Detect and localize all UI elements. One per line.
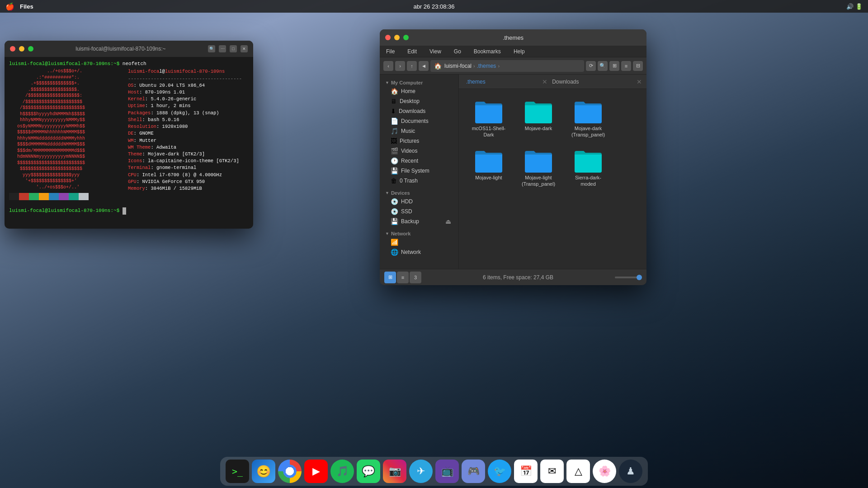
sidebar-item-hdd[interactable]: 💿 HDD: [382, 197, 457, 206]
folder-item-mcos11[interactable]: mcOS11-Shell-Dark: [466, 96, 511, 141]
sidebar-item-network[interactable]: 🌐 Network: [382, 247, 457, 257]
breadcrumb-current[interactable]: .themes: [477, 63, 496, 69]
dock-icon-spotify[interactable]: 🎵: [330, 460, 354, 483]
sidebar-item-videos[interactable]: 🎬 Videos: [382, 146, 457, 156]
toolbar-extra-view-button[interactable]: ⊟: [633, 61, 643, 71]
backup-eject-icon[interactable]: ⏏: [445, 218, 451, 225]
top-bar-clock: abr 26 23:08:36: [413, 3, 454, 10]
terminal-window: luismi-focal@luismifocal-870-109ns:~ 🔍 ⋯…: [5, 41, 253, 229]
dock-icon-twitch[interactable]: 📺: [435, 460, 459, 483]
sidebar-item-music[interactable]: 🎵 Music: [382, 126, 457, 136]
sidebar-item-backup[interactable]: 💾 Backup ⏏: [382, 216, 457, 226]
toolbar-sync-button[interactable]: ⟳: [586, 61, 596, 71]
pane-right-clear-button[interactable]: ✕: [637, 78, 642, 85]
dock-icon-finder[interactable]: 😊: [252, 460, 275, 483]
folder-label-mojave-light-transp: Mojave-light (Transp_panel): [519, 174, 558, 188]
fm-close-button[interactable]: [385, 35, 391, 40]
instagram-icon: 📷: [389, 465, 401, 477]
filesystem-icon: 💾: [391, 167, 398, 174]
sidebar-item-trash[interactable]: 🗑 0 Trash: [382, 176, 457, 186]
folder-item-sierra-dark[interactable]: Sierra-dark-moded: [566, 145, 611, 190]
pane-left-clear-button[interactable]: ✕: [542, 78, 547, 85]
dock-icon-telegram[interactable]: ✈: [409, 460, 433, 483]
folder-label-mojave-dark: Mojave-dark: [525, 125, 552, 131]
dock-icon-whatsapp[interactable]: 💬: [357, 460, 380, 483]
filemanager-breadcrumb: 🏠 luismi-focal › .themes ›: [430, 60, 584, 72]
view-btn-compact[interactable]: ≡: [397, 272, 409, 283]
dock-icon-instagram[interactable]: 📷: [383, 460, 406, 483]
dock-icon-drive[interactable]: △: [566, 460, 590, 483]
view-btn-list[interactable]: 3: [410, 272, 421, 283]
sidebar-ssd-label: SSD: [401, 208, 412, 215]
nav-up-button[interactable]: ↑: [407, 61, 417, 71]
videos-icon: 🎬: [391, 147, 398, 155]
menu-view[interactable]: View: [427, 47, 444, 56]
dock-icon-discord[interactable]: 🎮: [462, 460, 485, 483]
downloads-icon: ⬇: [391, 108, 396, 115]
menu-bookmarks[interactable]: Bookmarks: [471, 47, 504, 56]
sidebar-item-wifi[interactable]: 📶: [382, 237, 457, 247]
dock-icon-photos[interactable]: 🌸: [593, 460, 616, 483]
active-app-label[interactable]: Files: [20, 3, 33, 10]
sidebar-item-home[interactable]: 🏠 Home: [382, 86, 457, 96]
wifi-icon: 📶: [391, 239, 398, 246]
dock: >_ 😊 ▶ 🎵 💬 📷 ✈ 📺 🎮 🐦 📅 ✉ △: [220, 457, 648, 486]
terminal-search-icon[interactable]: 🔍: [208, 45, 215, 52]
finder-icon: 😊: [256, 465, 271, 479]
filemanager-sidebar: ▼ My Computer 🏠 Home 🖥 Desktop ⬇ Downloa…: [380, 75, 459, 269]
menu-help[interactable]: Help: [511, 47, 528, 56]
dock-icon-chrome[interactable]: [278, 460, 302, 483]
fm-maximize-button[interactable]: [403, 35, 409, 40]
menu-edit[interactable]: Edit: [405, 47, 420, 56]
folder-icon-mojave-dark-transp: [574, 99, 603, 123]
section-arrow-network: ▼: [385, 231, 389, 236]
folder-item-mojave-light[interactable]: Mojave-light: [466, 145, 511, 190]
view-btn-grid[interactable]: ⊞: [384, 272, 396, 283]
menu-file[interactable]: File: [383, 47, 397, 56]
toolbar-list-view-button[interactable]: ≡: [621, 61, 631, 71]
breadcrumb-home[interactable]: luismi-focal: [444, 63, 472, 69]
sidebar-music-label: Music: [401, 128, 415, 134]
folder-item-mojave-dark[interactable]: Mojave-dark: [516, 96, 561, 141]
terminal-body[interactable]: luismi-focal@luismifocal-870-109ns:~$ ne…: [5, 57, 253, 229]
sidebar-item-downloads[interactable]: ⬇ Downloads: [382, 106, 457, 116]
nav-back-button[interactable]: ‹: [383, 61, 393, 71]
sidebar-item-documents[interactable]: 📄 Documents: [382, 116, 457, 126]
sidebar-item-filesystem[interactable]: 💾 File System: [382, 166, 457, 176]
whatsapp-icon: 💬: [362, 465, 375, 478]
dock-icon-terminal[interactable]: >_: [226, 460, 249, 483]
fm-minimize-button[interactable]: [394, 35, 400, 40]
zoom-slider[interactable]: [615, 277, 642, 278]
toolbar-search-button[interactable]: 🔍: [598, 61, 608, 71]
dock-icon-youtube[interactable]: ▶: [304, 460, 328, 483]
dock-icon-steam[interactable]: ♟: [619, 460, 642, 483]
nav-forward-button[interactable]: ›: [395, 61, 405, 71]
dock-icon-twitter[interactable]: 🐦: [488, 460, 511, 483]
folder-item-mojave-light-transp[interactable]: Mojave-light (Transp_panel): [516, 145, 561, 190]
terminal-minimize-button[interactable]: [19, 46, 24, 52]
sidebar-item-ssd[interactable]: 💿 SSD: [382, 206, 457, 216]
terminal-titlebar: luismi-focal@luismifocal-870-109ns:~ 🔍 ⋯…: [5, 41, 253, 57]
discord-icon: 🎮: [467, 465, 480, 477]
pane-left-path-themes[interactable]: .themes: [463, 78, 488, 86]
sidebar-item-pictures[interactable]: 🖼 Pictures: [382, 136, 457, 146]
sidebar-backup-label: Backup: [401, 218, 419, 225]
folder-item-mojave-dark-transp[interactable]: Mojave-dark (Transp_panel): [566, 96, 611, 141]
terminal-menu-icon[interactable]: ⋯: [219, 45, 226, 52]
menu-go[interactable]: Go: [451, 47, 464, 56]
terminal-split-icon[interactable]: □: [230, 45, 237, 52]
apple-menu[interactable]: 🍎: [5, 2, 14, 11]
terminal-close-button[interactable]: [10, 46, 15, 52]
toolbar-grid-view-button[interactable]: ⊞: [609, 61, 619, 71]
folder-icon-mojave-light: [474, 148, 503, 173]
nav-home-button[interactable]: ◀: [419, 61, 429, 71]
folder-label-mojave-light: Mojave-light: [475, 174, 502, 181]
dock-icon-gmail[interactable]: ✉: [540, 460, 564, 483]
terminal-maximize-button[interactable]: [28, 46, 33, 52]
telegram-icon: ✈: [417, 465, 425, 477]
terminal-close-x-icon[interactable]: ✕: [241, 45, 248, 52]
gmail-icon: ✉: [548, 465, 556, 477]
sidebar-item-recent[interactable]: 🕐 Recent: [382, 156, 457, 166]
sidebar-item-desktop[interactable]: 🖥 Desktop: [382, 96, 457, 106]
dock-icon-calendar[interactable]: 📅: [514, 460, 538, 483]
